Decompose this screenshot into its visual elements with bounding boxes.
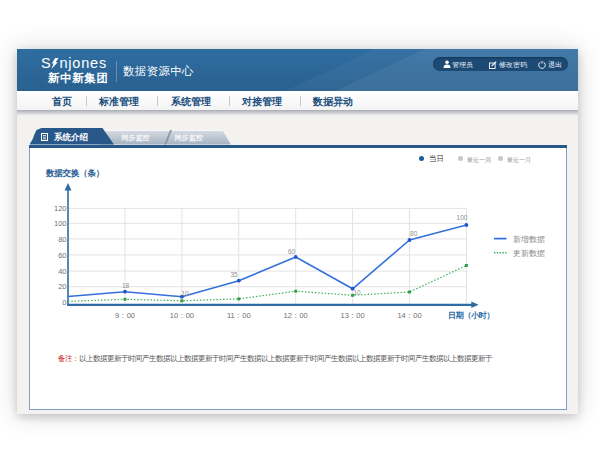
svg-text:更新数据: 更新数据 <box>513 249 545 258</box>
svg-text:12：00: 12：00 <box>284 311 308 320</box>
svg-text:10：00: 10：00 <box>170 311 194 320</box>
svg-text:100: 100 <box>457 214 468 221</box>
svg-text:新增数据: 新增数据 <box>513 235 545 244</box>
svg-text:35: 35 <box>230 271 238 278</box>
svg-text:9：00: 9：00 <box>115 311 135 320</box>
svg-text:60: 60 <box>288 248 296 255</box>
svg-text:80: 80 <box>58 235 66 244</box>
svg-text:10: 10 <box>181 290 189 297</box>
svg-text:10: 10 <box>353 289 361 296</box>
svg-text:60: 60 <box>58 251 66 260</box>
svg-text:14：00: 14：00 <box>397 311 421 320</box>
svg-text:18: 18 <box>122 282 130 289</box>
svg-text:11：00: 11：00 <box>227 311 251 320</box>
svg-text:100: 100 <box>54 219 67 228</box>
svg-text:13：00: 13：00 <box>341 311 365 320</box>
svg-text:日期（小时）: 日期（小时） <box>448 311 494 320</box>
svg-text:120: 120 <box>54 204 67 213</box>
svg-text:80: 80 <box>410 230 418 237</box>
svg-text:40: 40 <box>58 267 66 276</box>
svg-text:0: 0 <box>62 298 66 307</box>
svg-text:20: 20 <box>58 282 66 291</box>
